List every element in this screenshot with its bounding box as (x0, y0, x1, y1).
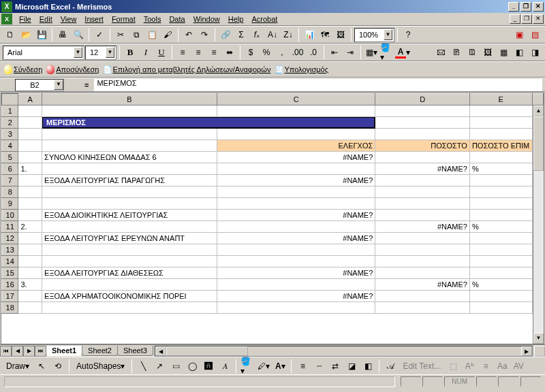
italic-button[interactable]: I (138, 45, 153, 60)
cell[interactable] (42, 140, 217, 152)
cell[interactable] (469, 302, 532, 314)
menu-acrobat[interactable]: Acrobat (247, 14, 281, 24)
scroll-down-icon[interactable]: ▼ (533, 333, 544, 344)
col-header-C[interactable]: C (217, 94, 375, 105)
cell[interactable] (18, 186, 42, 198)
redo-icon[interactable]: ↷ (197, 27, 212, 42)
format-painter-icon[interactable]: 🖌 (160, 27, 175, 42)
paste-icon[interactable]: 📋 (144, 27, 159, 42)
cell[interactable] (375, 291, 470, 302)
cell[interactable] (18, 302, 42, 314)
cell[interactable] (375, 186, 470, 198)
calc-button[interactable]: 🧾 Υπολογισμός (275, 65, 328, 74)
cut-icon[interactable]: ✂ (113, 27, 128, 42)
cell[interactable]: #NAME? (217, 175, 375, 186)
cell[interactable] (42, 198, 217, 210)
row-header-13[interactable]: 13 (2, 244, 18, 256)
print-icon[interactable]: 🖶 (55, 27, 70, 42)
cell[interactable] (18, 244, 42, 256)
function-icon[interactable]: fₓ (249, 27, 264, 42)
scroll-right-icon[interactable]: ▶ (521, 346, 532, 356)
dash-style-icon[interactable]: ┄ (311, 359, 326, 374)
tab-next-icon[interactable]: ▶ (23, 346, 35, 357)
cell[interactable] (42, 221, 217, 233)
save-icon[interactable]: 💾 (34, 27, 49, 42)
comma-icon[interactable]: , (275, 45, 290, 60)
chevron-down-icon[interactable]: ▼ (54, 80, 63, 90)
draw-menu[interactable]: Draw ▾ (3, 359, 33, 374)
shadow-icon[interactable]: ◪ (344, 359, 359, 374)
spell-icon[interactable]: ✓ (92, 27, 107, 42)
doc-close-button[interactable]: ✕ (533, 14, 544, 24)
cell[interactable] (217, 186, 375, 198)
sheet-tab-sheet3[interactable]: Sheet3 (117, 346, 153, 356)
fill-color-icon[interactable]: 🪣▾ (379, 45, 394, 60)
chart-icon[interactable]: 📊 (302, 27, 317, 42)
help-icon[interactable]: ? (401, 27, 416, 42)
cell[interactable] (375, 244, 470, 256)
menu-tools[interactable]: Tools (140, 14, 166, 24)
row-header-11[interactable]: 11 (2, 221, 18, 233)
cell[interactable] (469, 186, 532, 198)
row-header-8[interactable]: 8 (2, 186, 18, 198)
cell[interactable] (469, 117, 532, 129)
row-header-18[interactable]: 18 (2, 302, 18, 314)
cell[interactable] (469, 152, 532, 163)
menu-edit[interactable]: Edit (35, 14, 57, 24)
extra4-icon[interactable]: 🖼 (480, 45, 495, 60)
cell[interactable] (217, 105, 375, 117)
cell[interactable]: % (469, 221, 532, 233)
cell[interactable] (18, 129, 42, 140)
acrobat1-icon[interactable]: ▣ (512, 27, 527, 42)
cell[interactable] (375, 129, 470, 140)
arrow-icon[interactable]: ↗ (152, 359, 167, 374)
tab-first-icon[interactable]: ⏮ (0, 346, 12, 357)
cell[interactable] (18, 210, 42, 221)
spreadsheet-grid[interactable]: A B C D E 12ΜΕΡΙΣΜΟΣ34ΕΛΕΓΧΟΣΠΟΣΟΣΤΟΠΟΣΟ… (1, 93, 544, 314)
horizontal-scrollbar[interactable]: ◀ ▶ (155, 346, 533, 357)
rotate-icon[interactable]: ⟲ (50, 359, 65, 374)
line-icon[interactable]: ╲ (136, 359, 151, 374)
cell[interactable] (42, 163, 217, 175)
cell[interactable] (42, 256, 217, 267)
cell[interactable]: ΕΞΟΔΑ ΛΕΙΤΟΥΡΓΙΑΣ ΕΡΕΥΝΩΝ ΑΝΑΠΤ (42, 233, 217, 244)
menu-file[interactable]: File (15, 14, 35, 24)
cell[interactable] (375, 267, 470, 279)
disconnect-button[interactable]: Αποσύνδεση (46, 65, 99, 74)
name-box[interactable]: B2 ▼ (15, 79, 64, 91)
chevron-down-icon[interactable]: ▼ (106, 47, 114, 58)
minimize-button[interactable]: _ (508, 2, 519, 12)
cell[interactable] (217, 244, 375, 256)
extra6-icon[interactable]: ◧ (512, 45, 527, 60)
print-preview-icon[interactable]: 🔍 (71, 27, 86, 42)
cell[interactable] (375, 175, 470, 186)
cell[interactable] (42, 302, 217, 314)
align-left-icon[interactable]: ≡ (175, 45, 190, 60)
extra7-icon[interactable]: ◨ (527, 45, 542, 60)
cell[interactable] (375, 302, 470, 314)
menu-help[interactable]: Help (224, 14, 248, 24)
cell[interactable]: % (469, 163, 532, 175)
cell[interactable] (18, 117, 42, 129)
tab-prev-icon[interactable]: ◀ (12, 346, 23, 357)
cell[interactable] (18, 105, 42, 117)
close-button[interactable]: ✕ (533, 2, 544, 12)
extra5-icon[interactable]: ▦ (496, 45, 511, 60)
row-header-5[interactable]: 5 (2, 152, 18, 163)
merged-title-cell[interactable]: ΜΕΡΙΣΜΟΣ (42, 117, 375, 129)
connect-button[interactable]: Σύνδεση (4, 65, 42, 74)
row-header-4[interactable]: 4 (2, 140, 18, 152)
tab-last-icon[interactable]: ⏭ (35, 346, 46, 357)
wordart-icon[interactable]: 𝐴 (217, 359, 232, 374)
select-all-corner[interactable] (2, 94, 18, 105)
decrease-decimal-icon[interactable]: .0 (306, 45, 321, 60)
col-header-A[interactable]: A (18, 94, 42, 105)
currency-icon[interactable]: $ (243, 45, 258, 60)
menu-insert[interactable]: Insert (80, 14, 108, 24)
cell[interactable] (42, 105, 217, 117)
cell[interactable] (469, 256, 532, 267)
cell[interactable]: ΠΟΣΟΣΤΟ (375, 140, 470, 152)
scroll-thumb[interactable] (533, 116, 544, 171)
hscroll-thumb[interactable] (166, 346, 248, 356)
formula-input[interactable]: ΜΕΡΙΣΜΟΣ (94, 79, 542, 91)
